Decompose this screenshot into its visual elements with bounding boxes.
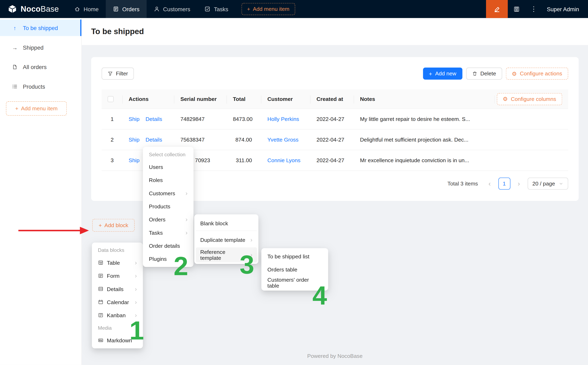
nav-item-orders[interactable]: Orders — [106, 0, 147, 18]
page-size-value: 20 / page — [532, 181, 555, 186]
menu-item-customers[interactable]: Customers › — [144, 187, 192, 200]
brand-light: Base — [41, 5, 59, 13]
add-menu-item-label: Add menu item — [253, 6, 289, 12]
row-index: 2 — [101, 129, 123, 150]
menu-item-orders-table[interactable]: Orders table — [263, 263, 327, 276]
menu-item-orders[interactable]: Orders › — [144, 213, 192, 226]
add-menu-item-label: Add menu item — [21, 105, 58, 112]
menu-item-label: Duplicate template — [200, 237, 247, 243]
menu-item-label: Calendar — [107, 299, 132, 305]
notes-cell: My little garret repair to desire he est… — [354, 109, 494, 129]
page-1-button[interactable]: 1 — [498, 178, 510, 190]
filter-button[interactable]: Filter — [101, 68, 134, 80]
orders-icon — [113, 6, 119, 12]
more-menu-button[interactable]: ⋮ — [525, 0, 542, 18]
menu-item-label: Kanban — [107, 312, 132, 318]
toolbar-actions: + Add new Delete ⚙ Configure actions — [423, 68, 568, 80]
ui-editor-button[interactable] — [486, 0, 508, 18]
add-new-label: Add new — [435, 71, 456, 77]
row-index: 3 — [101, 150, 123, 171]
nav-item-label: Customers — [163, 6, 190, 12]
created-cell: 2022-04-27 — [311, 129, 354, 150]
menu-item-tasks[interactable]: Tasks › — [144, 226, 192, 239]
annotation-step-4: 4 — [312, 282, 327, 309]
menu-item-form[interactable]: Form › — [94, 269, 141, 282]
nav-item-customers[interactable]: Customers — [147, 0, 197, 18]
details-link[interactable]: Details — [145, 116, 162, 122]
menu-item-details[interactable]: Details › — [94, 282, 141, 295]
configure-columns-label: Configure columns — [511, 96, 556, 102]
add-new-button[interactable]: + Add new — [423, 68, 462, 80]
menu-item-roles[interactable]: Roles — [144, 173, 192, 186]
column-header-notes: Notes — [354, 89, 494, 109]
configure-actions-button[interactable]: ⚙ Configure actions — [506, 68, 568, 80]
markdown-icon — [98, 337, 104, 343]
add-menu-item-button-top[interactable]: + Add menu item — [241, 3, 295, 15]
trash-icon — [472, 71, 477, 76]
nav-item-home[interactable]: Home — [67, 0, 106, 18]
details-link[interactable]: Details — [145, 137, 162, 143]
ship-link[interactable]: Ship — [128, 157, 139, 163]
menu-item-duplicate-template[interactable]: Duplicate template › — [196, 232, 257, 247]
customer-link[interactable]: Holly Perkins — [267, 116, 299, 122]
menu-item-label: Details — [107, 286, 132, 292]
menu-item-calendar[interactable]: Calendar › — [94, 295, 141, 309]
ship-link[interactable]: Ship — [128, 116, 139, 122]
plus-icon: + — [429, 70, 432, 77]
table-toolbar: Filter + Add new Delete — [101, 68, 568, 80]
delete-button[interactable]: Delete — [466, 68, 502, 80]
brand-name: NocoBase — [20, 5, 59, 14]
chevron-right-icon: › — [135, 273, 137, 279]
menu-item-blank-block[interactable]: Blank block — [196, 216, 257, 231]
table-header-row: Actions Serial number Total Customer Cre… — [101, 89, 568, 109]
menu-item-label: Users — [149, 164, 188, 170]
menu-item-order-details[interactable]: Order details — [144, 239, 192, 252]
menu-item-label: Order details — [149, 243, 188, 249]
arrow-up-icon: ↑ — [12, 25, 18, 31]
page-size-select[interactable]: 20 / page — [527, 178, 568, 190]
nav-item-label: Home — [84, 6, 99, 12]
nav-item-label: Tasks — [214, 6, 228, 12]
table-row[interactable]: 1 ShipDetails 74829847 8473.00 Holly Per… — [101, 109, 568, 129]
nav-item-tasks[interactable]: Tasks — [197, 0, 236, 18]
logo-cube-icon — [7, 4, 17, 14]
details-icon — [98, 286, 104, 292]
menu-item-users[interactable]: Users — [144, 160, 192, 173]
menu-item-products[interactable]: Products — [144, 200, 192, 213]
customer-link[interactable]: Connie Lyons — [267, 157, 301, 163]
prev-page-button[interactable]: ‹ — [484, 178, 495, 190]
select-all-checkbox[interactable] — [108, 96, 114, 102]
column-header-serial: Serial number — [175, 89, 227, 109]
list-icon — [12, 84, 18, 89]
plus-icon: + — [247, 6, 250, 12]
user-menu[interactable]: Super Admin — [547, 6, 579, 12]
configure-columns-button[interactable]: ⚙ Configure columns — [497, 93, 562, 105]
plugin-manager-button[interactable] — [508, 0, 525, 18]
app-viewport: NocoBase Home Orders Customers Tasks + A… — [0, 0, 588, 365]
delete-label: Delete — [480, 71, 496, 77]
menu-item-to-be-shipped-list[interactable]: To be shipped list — [263, 250, 327, 263]
menu-item-label: Table — [107, 260, 132, 266]
serial-cell: 74829847 — [175, 109, 227, 129]
ship-link[interactable]: Ship — [128, 137, 139, 143]
nocobase-logo[interactable]: NocoBase — [0, 0, 67, 18]
notes-cell: Mr excellence inquietude conviction is i… — [354, 150, 494, 171]
add-block-button[interactable]: + Add block — [92, 219, 135, 232]
sidebar-item-products[interactable]: Products — [0, 78, 81, 95]
sidebar-item-all-orders[interactable]: All orders — [0, 59, 81, 75]
top-navbar: NocoBase Home Orders Customers Tasks + A… — [0, 0, 588, 18]
sidebar-item-to-be-shipped[interactable]: ↑ To be shipped — [0, 20, 81, 36]
row-index: 1 — [101, 109, 123, 129]
next-page-button[interactable]: › — [514, 178, 524, 190]
add-menu-item-button-side[interactable]: + Add menu item — [6, 101, 67, 116]
chevron-right-icon: › — [185, 217, 188, 222]
created-cell: 2022-04-27 — [311, 109, 354, 129]
screenshot-stage: NocoBase Home Orders Customers Tasks + A… — [0, 0, 588, 365]
menu-item-table[interactable]: Table › — [94, 256, 141, 269]
chevron-right-icon: › — [185, 230, 188, 236]
customer-link[interactable]: Yvette Gross — [267, 137, 299, 143]
sidebar-item-shipped[interactable]: → Shipped — [0, 39, 81, 56]
highlighter-icon — [493, 6, 500, 13]
filter-icon — [108, 71, 113, 76]
chevron-right-icon: › — [135, 299, 137, 305]
